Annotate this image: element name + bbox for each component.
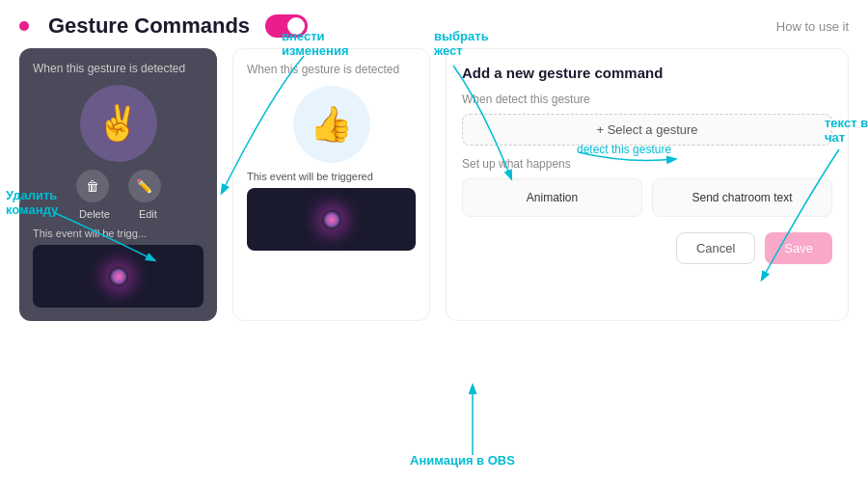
add-gesture-panel: Add a new gesture command When detect th…: [446, 48, 849, 321]
annotation-obs: Анимация в OBS: [410, 453, 515, 468]
glow-effect-left: [109, 267, 128, 286]
save-button[interactable]: Save: [765, 232, 832, 264]
main-content: When this gesture is detected ✌️ 🗑 ✏️ De…: [0, 48, 868, 321]
cancel-button[interactable]: Cancel: [676, 232, 755, 264]
animation-option[interactable]: Animation: [462, 178, 642, 217]
gesture-detected-label-mid: When this gesture is detected: [247, 63, 416, 76]
gesture-icon-left: ✌️: [80, 85, 157, 162]
detect-section-label: When detect this gesture: [462, 93, 832, 106]
edit-label: Edit: [139, 208, 157, 220]
delete-label: Delete: [79, 208, 110, 220]
trigger-label-mid: This event will be triggered: [247, 171, 416, 182]
existing-gesture-card: When this gesture is detected ✌️ 🗑 ✏️ De…: [19, 48, 217, 321]
btn-labels: Delete Edit: [33, 208, 203, 220]
gesture-detected-label-left: When this gesture is detected: [33, 62, 203, 75]
glow-effect-mid: [322, 210, 341, 229]
gesture-icon-mid: 👍: [293, 86, 370, 163]
animation-preview-mid: [247, 188, 416, 251]
action-buttons: 🗑 ✏️: [33, 170, 203, 202]
delete-button[interactable]: 🗑: [76, 170, 109, 202]
trigger-label-left: This event will be trigg...: [33, 228, 203, 239]
how-to-link[interactable]: How to use it: [776, 19, 849, 34]
chatroom-text-option[interactable]: Send chatroom text: [652, 178, 832, 217]
edit-button[interactable]: ✏️: [128, 170, 161, 202]
action-options: Animation Send chatroom text: [462, 178, 832, 217]
setup-section-label: Set up what happens: [462, 157, 832, 171]
add-panel-title: Add a new gesture command: [462, 65, 832, 81]
animation-preview-left: [33, 245, 203, 308]
panel-buttons: Cancel Save: [462, 232, 832, 264]
page-title: Gesture Commands: [48, 13, 250, 39]
pink-dot-icon: [19, 21, 29, 31]
gesture-card-middle: When this gesture is detected 👍 This eve…: [232, 48, 430, 321]
toggle-switch[interactable]: [265, 14, 308, 38]
top-bar: Gesture Commands How to use it: [0, 0, 868, 48]
select-gesture-button[interactable]: + Select a gesture: [462, 114, 832, 146]
